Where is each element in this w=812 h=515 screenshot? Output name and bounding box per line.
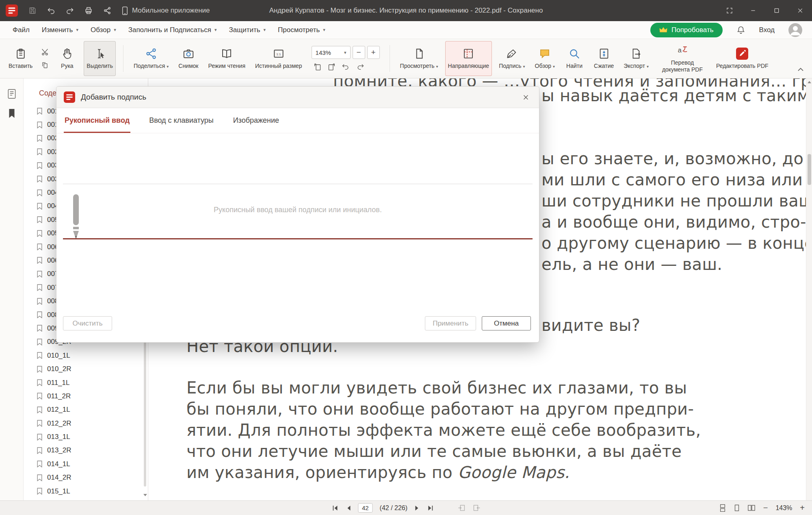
read-mode-button[interactable]: Режим чтения: [205, 41, 248, 76]
menu-fill-sign[interactable]: Заполнить и Подписаться▾: [122, 21, 223, 39]
add-signature-dialog: Добавить подпись Рукописный ввод Ввод с …: [56, 86, 539, 343]
mobile-app-button[interactable]: Мобильное приложение: [122, 7, 210, 15]
bookmark-item[interactable]: 012_1L: [24, 403, 148, 417]
bookmark-item-icon: [37, 379, 43, 386]
clear-button[interactable]: Очистить: [63, 316, 112, 330]
save-icon[interactable]: [28, 7, 37, 15]
avatar[interactable]: [788, 23, 802, 37]
zoom-in-button[interactable]: +: [799, 503, 806, 513]
minimize-button[interactable]: [741, 0, 765, 21]
hand-tool-button[interactable]: Рука: [54, 41, 80, 76]
rotate-right-icon[interactable]: [327, 63, 336, 71]
tab-keyboard[interactable]: Ввод с клавиатуры: [148, 108, 214, 133]
scrollbar-thumb[interactable]: [808, 154, 811, 185]
edit-pdf-button[interactable]: Редактировать PDF: [713, 41, 771, 76]
chevron-down-icon: ▾: [553, 64, 555, 69]
translate-pdf-button[interactable]: a Перевод документа PDF: [656, 41, 709, 76]
redo-icon[interactable]: [66, 7, 74, 15]
cancel-button[interactable]: Отмена: [482, 316, 531, 330]
close-window-button[interactable]: [788, 0, 812, 21]
bookmark-item[interactable]: 013_1L: [24, 430, 148, 443]
signature-canvas[interactable]: Рукописный ввод вашей подписи или инициа…: [56, 133, 539, 306]
next-view-button[interactable]: [472, 504, 481, 512]
bookmark-item[interactable]: 011_2R: [24, 389, 148, 403]
try-button[interactable]: Попробовать: [650, 23, 723, 37]
share-icon[interactable]: [103, 7, 111, 15]
bookmark-item[interactable]: 010_1L: [24, 349, 148, 362]
guides-button[interactable]: Направляющие: [445, 41, 492, 76]
fullscreen-icon[interactable]: [718, 0, 741, 21]
bookmarks-panel-icon[interactable]: [0, 104, 24, 123]
chevron-down-icon: ▾: [76, 27, 78, 33]
paste-button[interactable]: Вставить: [6, 41, 35, 76]
undo-icon[interactable]: [342, 63, 350, 71]
cut-icon[interactable]: [41, 48, 49, 56]
maximize-button[interactable]: [765, 0, 788, 21]
actual-size-icon: 1:1: [273, 48, 285, 60]
tab-handwritten[interactable]: Рукописный ввод: [64, 108, 130, 133]
single-page-view-icon[interactable]: [733, 504, 741, 512]
notifications-icon[interactable]: [736, 26, 745, 35]
paste-label: Вставить: [9, 63, 32, 69]
phone-icon: [122, 7, 128, 15]
bookmark-item-icon: [37, 352, 43, 359]
rotate-left-icon[interactable]: [313, 63, 322, 71]
bookmark-item[interactable]: 014_1L: [24, 457, 148, 471]
find-label: Найти: [566, 63, 582, 69]
menu-view[interactable]: Просмотреть▾: [272, 21, 331, 39]
share-button[interactable]: Поделиться▾: [131, 41, 171, 76]
view-button[interactable]: Просмотреть▾: [397, 41, 441, 76]
compress-button[interactable]: Сжатие: [591, 41, 617, 76]
bookmark-item[interactable]: 014_2R: [24, 471, 148, 485]
last-page-button[interactable]: [427, 504, 434, 512]
actual-size-button[interactable]: 1:1 Истинный размер: [252, 41, 305, 76]
find-button[interactable]: Найти: [562, 41, 587, 76]
previous-view-button[interactable]: [457, 504, 466, 512]
menu-protect[interactable]: Защитить▾: [223, 21, 272, 39]
share-label: Поделиться▾: [134, 63, 169, 69]
bookmark-item[interactable]: 013_2R: [24, 444, 148, 457]
two-page-view-icon[interactable]: [747, 504, 756, 512]
review-button[interactable]: Обзор▾: [532, 41, 558, 76]
bookmark-item[interactable]: 012_2R: [24, 417, 148, 430]
pen-nib-icon: [506, 48, 518, 60]
tab-image[interactable]: Изображение: [232, 108, 280, 133]
bookmark-item[interactable]: 010_2R: [24, 362, 148, 376]
undo-icon[interactable]: [47, 7, 55, 15]
first-page-button[interactable]: [331, 504, 339, 512]
zoom-in-button[interactable]: +: [367, 46, 380, 59]
copy-icon[interactable]: [41, 61, 49, 69]
collapse-toolbar-icon[interactable]: [795, 65, 806, 74]
select-tool-button[interactable]: Выделить: [84, 41, 116, 76]
vertical-scrollbar[interactable]: [806, 78, 812, 500]
zoom-out-button[interactable]: −: [762, 503, 769, 513]
login-button[interactable]: Вход: [759, 26, 775, 34]
page-text-line: ми шли с самого его низа или: [541, 170, 803, 189]
zoom-select[interactable]: 143% ▾: [312, 46, 351, 59]
prev-page-button[interactable]: [345, 504, 352, 512]
signature-button[interactable]: Подпись▾: [496, 41, 528, 76]
redo-icon[interactable]: [356, 63, 364, 71]
thumbnails-panel-icon[interactable]: [0, 84, 24, 104]
close-icon[interactable]: [520, 91, 532, 103]
zoom-out-button[interactable]: −: [353, 46, 365, 59]
apply-button[interactable]: Применить: [425, 316, 476, 330]
export-button[interactable]: Экспорт▾: [621, 41, 652, 76]
menu-review[interactable]: Обзор▾: [84, 21, 122, 39]
menu-file[interactable]: Файл: [6, 21, 36, 39]
next-page-button[interactable]: [414, 504, 420, 512]
guides-icon: [462, 48, 474, 60]
scroll-up-icon[interactable]: [806, 79, 812, 85]
pencil-icon: [71, 193, 81, 240]
scroll-down-icon[interactable]: [143, 492, 147, 498]
pdf-editor-window: Мобильное приложение Андрей Курпатов - М…: [0, 0, 812, 515]
print-icon[interactable]: [84, 7, 93, 15]
bookmark-item[interactable]: 015_1L: [24, 485, 148, 498]
continuous-view-icon[interactable]: [719, 504, 726, 512]
page-number-input[interactable]: 42: [358, 503, 373, 513]
chevron-down-icon: ▾: [647, 64, 649, 69]
menu-edit[interactable]: Изменить▾: [36, 21, 84, 39]
signature-placeholder: Рукописный ввод вашей подписи или инициа…: [56, 206, 539, 214]
snapshot-button[interactable]: Снимок: [175, 41, 201, 76]
bookmark-item[interactable]: 011_1L: [24, 376, 148, 389]
